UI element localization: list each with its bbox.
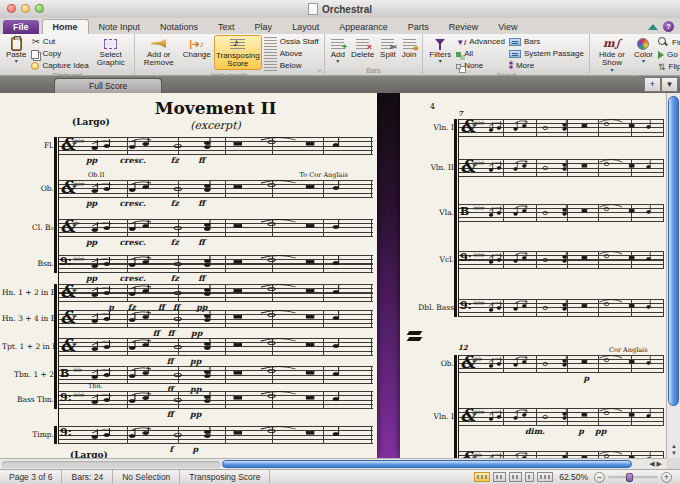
- staff-cl-b-[interactable]: &♭♭pp cresc. fz ff: [58, 219, 373, 237]
- ribbon-tab-view[interactable]: View: [488, 20, 527, 34]
- staff-ob-[interactable]: &♭♭♭ pCor Anglais: [458, 355, 664, 373]
- join-bars-button[interactable]: 🔒︎ Join: [399, 35, 420, 59]
- chevron-down-icon: ▾: [15, 59, 18, 64]
- zoom-window-button[interactable]: [35, 4, 44, 13]
- score-canvas[interactable]: Movement II (excerpt) (Largo) (Largo) Fl…: [0, 93, 666, 458]
- staff-bass-tbn-[interactable]: 9:♭♭♭♭ ff ppTbn.: [58, 391, 373, 409]
- zoom-out-button[interactable]: −: [594, 472, 605, 483]
- copy-button[interactable]: Copy: [31, 49, 88, 59]
- go-to-button[interactable]: Go To ▾: [658, 50, 680, 60]
- ribbon-tab-home[interactable]: Home: [42, 19, 89, 34]
- ossia-staff-button[interactable]: Ossia Staff: [264, 37, 319, 47]
- instrument-label: Timp.: [2, 430, 54, 439]
- instrument-label: Vcl.: [402, 255, 454, 264]
- split-bar-button[interactable]: ✂ Split: [377, 35, 399, 59]
- select-none-icon: [456, 64, 461, 69]
- horizontal-scrollbar-thumb[interactable]: [222, 460, 632, 468]
- paste-button[interactable]: Paste ▾: [3, 35, 29, 64]
- vertical-scrollbar-thumb[interactable]: [668, 96, 679, 406]
- staff-vln-i[interactable]: &♭♭♭♭: [458, 119, 664, 137]
- instrument-label: Hn. 3 + 4 in E: [2, 314, 54, 323]
- status-segment[interactable]: Transposing Score: [180, 470, 270, 484]
- new-tab-button[interactable]: +: [644, 77, 661, 92]
- barline: [663, 408, 664, 425]
- ribbon-tab-notations[interactable]: Notations: [150, 20, 208, 34]
- ribbon-tab-file[interactable]: File: [3, 20, 39, 34]
- ossia-below-button[interactable]: Below: [264, 61, 319, 71]
- dynamics-text: pp cresc. fz ff: [86, 155, 205, 165]
- minimize-window-button[interactable]: [21, 4, 30, 13]
- view-spread-icon[interactable]: [474, 472, 490, 482]
- ribbon-tab-layout[interactable]: Layout: [282, 20, 329, 34]
- find-button[interactable]: Find ▾: [658, 37, 680, 48]
- vertical-scroll-arrows[interactable]: ▲▼: [667, 443, 680, 457]
- horizontal-scroll-track[interactable]: [2, 461, 220, 468]
- ribbon-tab-review[interactable]: Review: [439, 20, 489, 34]
- staff-vla-[interactable]: B♭♭♭♭: [458, 204, 664, 222]
- ribbon-tab-text[interactable]: Text: [208, 20, 245, 34]
- staff-vcl-[interactable]: 9:♭♭♭♭: [458, 251, 664, 269]
- ribbon-tab-appearance[interactable]: Appearance: [329, 20, 398, 34]
- tab-full-score[interactable]: Full Score: [54, 78, 162, 93]
- select-bars-icon: [509, 38, 521, 46]
- staff-vln-ii[interactable]: &♭♭♭♭: [458, 159, 664, 177]
- staff-tbn-1-2[interactable]: B♭♭♭ ff pp: [58, 366, 373, 384]
- color-button[interactable]: Color ▾: [631, 35, 656, 64]
- status-segment[interactable]: Page 3 of 6: [0, 470, 62, 484]
- score-page-left[interactable]: Movement II (excerpt) (Largo) (Largo) Fl…: [0, 93, 377, 458]
- staff-vln-i[interactable]: &♭♭♭♭ dim. p pp: [458, 408, 664, 426]
- vertical-scrollbar[interactable]: ▲▼: [666, 93, 680, 458]
- staff-hn-3-4-in-e[interactable]: & ff ff pp: [58, 310, 373, 328]
- ossia-above-button[interactable]: Above: [264, 49, 319, 59]
- status-segment[interactable]: No Selection: [113, 470, 180, 484]
- barline: [371, 180, 372, 197]
- staff-dbl-bass[interactable]: 9:♭♭♭♭: [458, 299, 664, 317]
- add-bars-button[interactable]: + Add ▾: [328, 35, 348, 64]
- dialog-launcher-icon[interactable]: ⌐: [318, 67, 322, 74]
- select-bars-button[interactable]: Bars: [509, 37, 584, 47]
- staff-fl-[interactable]: &♭♭♭♭pp cresc. fz ff: [58, 137, 373, 155]
- cut-button[interactable]: ✂ Cut: [31, 37, 88, 47]
- score-page-right[interactable]: 4 7 12 Vln. I&♭♭♭♭Vln. II&♭♭♭♭Vla.B♭♭♭♭V…: [400, 93, 666, 458]
- instrument-label: Vln. II: [402, 163, 454, 172]
- ribbon-tab-note-input[interactable]: Note Input: [89, 20, 151, 34]
- staff-tpt-1-2-in-e[interactable]: & ff pp: [58, 338, 373, 356]
- ribbon-tab-parts[interactable]: Parts: [398, 20, 439, 34]
- zoom-slider[interactable]: [608, 476, 658, 479]
- view-grid-icon[interactable]: [493, 472, 506, 482]
- system-passage-button[interactable]: System Passage: [509, 49, 584, 59]
- change-instrument-button[interactable]: |➔♪ Change: [180, 35, 214, 59]
- staff-partial[interactable]: &♭♭♭: [458, 451, 664, 458]
- dynamics-text: f p: [86, 444, 198, 454]
- zoom-slider-thumb[interactable]: [626, 473, 633, 482]
- transposing-score-button[interactable]: Transposing Score: [214, 35, 262, 70]
- staff-ob-[interactable]: &♭♭♭♭pp cresc. fz ffOb.IITo Cor Anglais: [58, 180, 373, 198]
- zoom-in-button[interactable]: +: [661, 472, 672, 483]
- select-more-button[interactable]: ⁑ More: [509, 61, 584, 71]
- staff-bsn-[interactable]: 9:♭♭♭♭pp cresc. fz ff: [58, 255, 373, 273]
- flip-button[interactable]: ⇅ Flip: [658, 62, 680, 72]
- staff-hn-1-2-in-e[interactable]: & p fz ff ff pp: [58, 284, 373, 302]
- add-or-remove-button[interactable]: Add or Remove: [138, 35, 180, 68]
- help-icon[interactable]: ?: [663, 21, 674, 32]
- select-all-button[interactable]: All: [456, 49, 505, 59]
- select-none-button[interactable]: None: [456, 61, 505, 71]
- status-segment[interactable]: Bars: 24: [62, 470, 113, 484]
- minimize-ribbon-icon[interactable]: [648, 24, 658, 30]
- filters-button[interactable]: Filters ▾: [426, 35, 454, 64]
- select-graphic-button[interactable]: Select Graphic: [91, 35, 131, 68]
- staff-timp-[interactable]: 9: f p: [58, 426, 373, 444]
- ribbon-tab-play[interactable]: Play: [245, 20, 283, 34]
- delete-bars-button[interactable]: × Delete: [348, 35, 377, 59]
- horizontal-scroll-arrows[interactable]: ◀▶: [649, 460, 664, 468]
- capture-idea-button[interactable]: Capture Idea: [31, 61, 88, 71]
- view-single-page-icon[interactable]: [525, 472, 534, 482]
- magnifier-icon: [658, 37, 669, 48]
- tab-list-dropdown[interactable]: ▾: [661, 77, 678, 92]
- hide-or-show-button[interactable]: m∫ Hide or Show ▾: [593, 35, 631, 73]
- select-advanced-button[interactable]: ▼/ Advanced: [456, 37, 505, 47]
- close-window-button[interactable]: [7, 4, 16, 13]
- horizontal-scrollbar[interactable]: ◀▶: [0, 458, 666, 469]
- view-panorama-icon[interactable]: [537, 472, 553, 482]
- view-pages-icon[interactable]: [509, 472, 522, 482]
